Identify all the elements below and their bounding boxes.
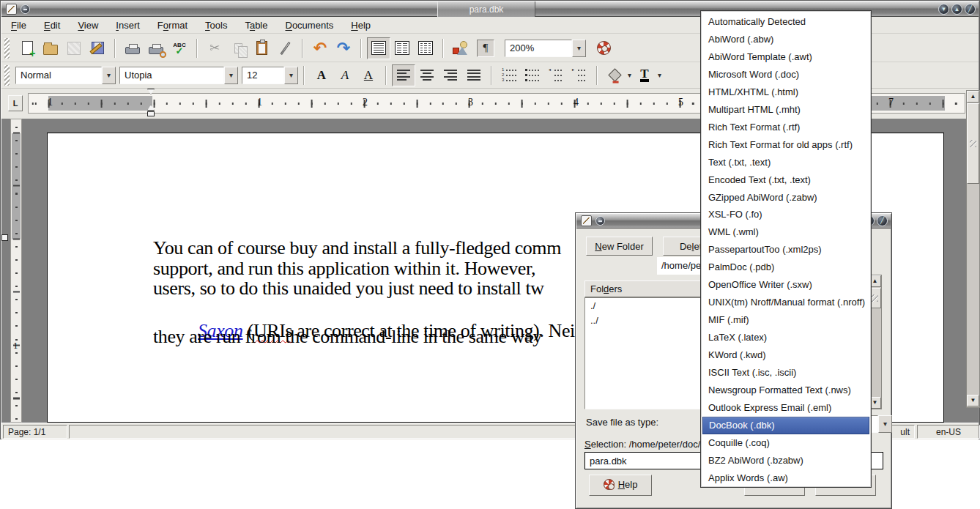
chevron-down-icon[interactable]: ▾ xyxy=(102,67,116,84)
menu-table[interactable]: Table xyxy=(245,20,267,31)
menu-file[interactable]: File xyxy=(11,20,26,31)
format-option[interactable]: UNIX(tm) Nroff/Manual format (.nroff) xyxy=(702,294,869,311)
format-option[interactable]: LaTeX (.latex) xyxy=(702,329,869,346)
indent-markers[interactable] xyxy=(146,89,157,119)
format-option[interactable]: AbiWord Template (.awt) xyxy=(702,48,869,66)
menu-format[interactable]: Format xyxy=(157,20,188,31)
format-option[interactable]: Coquille (.coq) xyxy=(702,434,869,452)
format-option[interactable]: AbiWord (.abw) xyxy=(702,31,869,48)
format-option[interactable]: BZ2 AbiWord (.bzabw) xyxy=(702,452,869,469)
format-painter-button[interactable] xyxy=(273,37,297,59)
size-combobox[interactable]: 12 ▾ xyxy=(242,67,298,84)
italic-button[interactable]: A xyxy=(333,64,357,86)
save-as-button[interactable] xyxy=(86,37,109,59)
vertical-ruler[interactable]: 1 xyxy=(10,119,22,423)
insert-symbol-button[interactable] xyxy=(449,37,472,59)
format-option[interactable]: KWord (.kwd) xyxy=(702,346,869,364)
new-folder-button[interactable]: New Folder xyxy=(586,237,653,256)
chevron-down-icon[interactable]: ▾ xyxy=(284,67,298,84)
format-option[interactable]: Applix Words (.aw) xyxy=(702,469,869,487)
toolbar-grip[interactable] xyxy=(4,38,10,59)
format-option[interactable]: Text (.txt, .text) xyxy=(702,154,869,171)
format-option[interactable]: Rich Text Format (.rtf) xyxy=(702,119,869,136)
format-option[interactable]: Outlook Express Email (.eml) xyxy=(702,399,869,417)
chevron-down-icon[interactable]: ▾ xyxy=(572,40,586,57)
open-button[interactable] xyxy=(39,37,62,59)
print-button[interactable] xyxy=(121,37,144,59)
align-right-button[interactable] xyxy=(439,64,462,86)
format-option[interactable]: Newsgroup Formatted Text (.nws) xyxy=(702,382,869,399)
menu-edit[interactable]: Edit xyxy=(44,20,60,31)
menu-help[interactable]: Help xyxy=(351,20,371,31)
folder-item[interactable]: ./ xyxy=(585,298,713,313)
format-option[interactable]: HTML/XHTML (.html) xyxy=(702,83,869,101)
one-column-button[interactable] xyxy=(367,37,390,59)
align-justify-button[interactable] xyxy=(462,64,486,86)
format-option[interactable]: WML (.wml) xyxy=(702,223,869,241)
help-button-dialog[interactable]: Help xyxy=(589,475,652,496)
main-vertical-scrollbar[interactable]: ▲ ▼ xyxy=(966,90,980,408)
chevron-down-icon[interactable]: ▾ xyxy=(628,71,631,79)
dialog-close-icon[interactable]: ╱ xyxy=(877,215,888,226)
tab-selector-button[interactable]: L xyxy=(8,95,23,111)
folders-list[interactable]: ./../ xyxy=(584,297,713,409)
margin-handle[interactable] xyxy=(1,234,8,241)
format-option[interactable]: XSL-FO (.fo) xyxy=(702,206,869,223)
format-option[interactable]: DocBook (.dbk) xyxy=(702,417,869,434)
highlight-color-button[interactable] xyxy=(603,64,626,86)
scroll-down-icon[interactable]: ▼ xyxy=(967,395,979,406)
first-line-indent-marker[interactable] xyxy=(147,89,155,94)
format-option[interactable]: MIF (.mif) xyxy=(702,311,869,329)
redo-button[interactable]: ↷ xyxy=(332,37,355,59)
format-option[interactable]: GZipped AbiWord (.zabw) xyxy=(702,189,869,207)
dialog-window-menu-button[interactable] xyxy=(595,216,605,226)
scrollbar-thumb[interactable] xyxy=(967,103,979,184)
spellcheck-button[interactable]: ABC✓ xyxy=(168,37,191,59)
bold-button[interactable]: A xyxy=(310,64,333,86)
toolbar-grip[interactable] xyxy=(4,65,10,86)
close-icon[interactable]: ╱ xyxy=(965,4,976,15)
folders-header[interactable]: Folders xyxy=(584,280,713,297)
format-option[interactable]: Microsoft Word (.doc) xyxy=(702,66,869,83)
new-document-button[interactable]: + xyxy=(15,37,39,59)
style-combobox[interactable]: Normal ▾ xyxy=(15,67,116,84)
menu-tools[interactable]: Tools xyxy=(205,20,227,31)
format-option[interactable]: Encoded Text (.txt, .text) xyxy=(702,171,869,189)
two-column-button[interactable] xyxy=(390,37,414,59)
decrease-indent-button[interactable]: ◂ xyxy=(544,64,568,86)
format-option[interactable]: PalmDoc (.pdb) xyxy=(702,259,869,276)
format-option[interactable]: Rich Text Format for old apps (.rtf) xyxy=(702,136,869,154)
format-option[interactable]: PassepartoutToo (.xml2ps) xyxy=(702,241,869,259)
chevron-down-icon[interactable]: ▾ xyxy=(224,67,238,84)
status-language-indicator[interactable]: en-US xyxy=(917,425,980,439)
bullet-list-button[interactable] xyxy=(521,64,544,86)
increase-indent-button[interactable]: ▸ xyxy=(568,64,591,86)
folder-item[interactable]: ../ xyxy=(585,313,713,327)
zoom-value[interactable]: 200% xyxy=(505,40,572,57)
font-value[interactable]: Utopia xyxy=(119,67,224,84)
font-color-button[interactable]: T xyxy=(633,64,656,86)
window-menu-button[interactable] xyxy=(21,4,30,14)
align-center-button[interactable] xyxy=(415,64,439,86)
format-option[interactable]: ISCII Text (.isc, .iscii) xyxy=(702,364,869,382)
numbered-list-button[interactable]: 1 2 3 xyxy=(497,64,521,86)
menu-insert[interactable]: Insert xyxy=(116,20,140,31)
menu-view[interactable]: View xyxy=(78,20,98,31)
format-option[interactable]: Multipart HTML (.mht) xyxy=(702,101,869,119)
scroll-up-icon[interactable]: ▲ xyxy=(967,91,979,103)
paste-button[interactable] xyxy=(250,37,273,59)
undo-button[interactable]: ↶ xyxy=(308,37,332,59)
font-combobox[interactable]: Utopia ▾ xyxy=(119,67,238,84)
format-option[interactable]: Automatically Detected xyxy=(702,13,869,31)
chevron-down-icon[interactable]: ▾ xyxy=(658,71,661,79)
underline-button[interactable]: A xyxy=(357,64,380,86)
shade-icon[interactable]: ▾ xyxy=(938,4,949,15)
three-column-button[interactable] xyxy=(414,37,437,59)
align-left-button[interactable] xyxy=(392,64,415,86)
format-option[interactable]: OpenOffice Writer (.sxw) xyxy=(702,276,869,294)
left-indent-handle[interactable] xyxy=(147,111,155,116)
maximize-icon[interactable]: ▴ xyxy=(951,4,962,15)
zoom-combobox[interactable]: 200% ▾ xyxy=(505,40,586,57)
style-value[interactable]: Normal xyxy=(15,67,102,84)
help-button[interactable] xyxy=(592,37,615,59)
